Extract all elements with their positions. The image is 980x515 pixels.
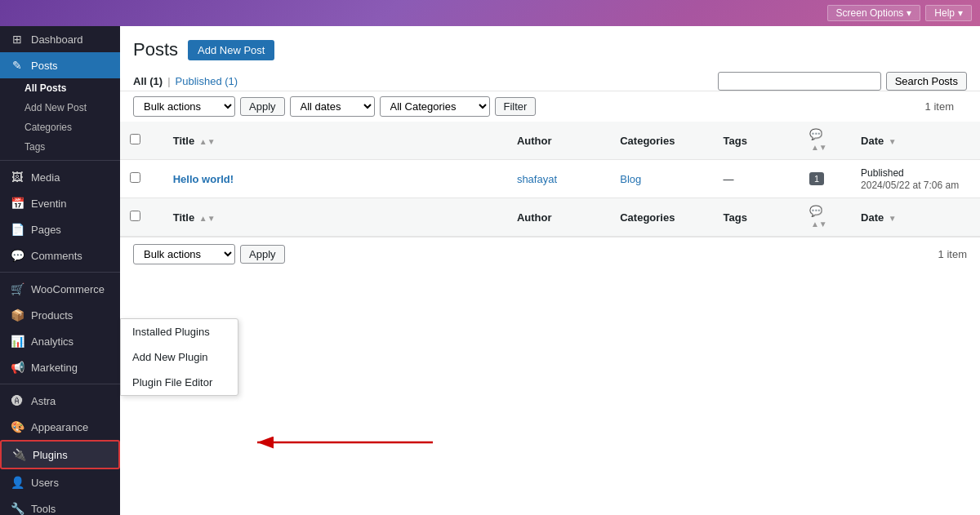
header-checkbox xyxy=(120,122,163,160)
row-tags: — xyxy=(714,160,800,198)
footer-comments[interactable]: 💬 ▲▼ xyxy=(800,198,851,237)
header-tags: Tags xyxy=(714,122,800,160)
tab-all[interactable]: All (1) xyxy=(133,72,163,91)
items-count: 1 item xyxy=(912,97,967,116)
help-button[interactable]: Help ▾ xyxy=(925,5,972,21)
row-categories: Blog xyxy=(610,160,713,198)
footer-author: Author xyxy=(507,198,610,237)
bottom-items-count: 1 item xyxy=(938,248,967,260)
sidebar-item-appearance[interactable]: 🎨 Appearance xyxy=(0,414,120,440)
date-sort-icon-footer: ▼ xyxy=(889,214,897,223)
sidebar-item-label: Eventin xyxy=(31,198,66,210)
content-inner: Posts Add New Post All (1) | Published (… xyxy=(120,26,980,515)
page-title: Posts xyxy=(133,39,178,60)
sidebar-item-posts[interactable]: ✎ Posts xyxy=(0,52,120,78)
header-date[interactable]: Date ▼ xyxy=(851,122,980,160)
sidebar-item-woocommerce[interactable]: 🛒 WooCommerce xyxy=(0,276,120,302)
row-author: shafayat xyxy=(507,160,610,198)
page-header: Posts Add New Post xyxy=(120,26,980,67)
posts-tabs: All (1) | Published (1) Search Posts xyxy=(120,67,980,91)
tab-published[interactable]: Published (1) xyxy=(176,72,238,91)
pages-icon: 📄 xyxy=(10,223,24,236)
help-label: Help xyxy=(934,7,955,19)
add-new-post-button[interactable]: Add New Post xyxy=(188,40,274,60)
sidebar-item-marketing[interactable]: 📢 Marketing xyxy=(0,354,120,380)
plugins-icon: 🔌 xyxy=(11,448,26,461)
footer-categories: Categories xyxy=(610,198,713,237)
sidebar-subitem-tags[interactable]: Tags xyxy=(0,137,120,157)
sidebar-item-comments[interactable]: 💬 Comments xyxy=(0,242,120,269)
chevron-down-icon: ▾ xyxy=(958,7,963,19)
flyout-add-new-plugin[interactable]: Add New Plugin xyxy=(121,344,238,370)
flyout-installed-plugins[interactable]: Installed Plugins xyxy=(121,319,238,344)
all-dates-select[interactable]: All dates xyxy=(290,96,375,117)
row-title: Hello world! xyxy=(163,160,507,198)
bulk-actions-select[interactable]: Bulk actions xyxy=(133,96,235,117)
flyout-plugin-file-editor[interactable]: Plugin File Editor xyxy=(121,370,238,395)
header-categories: Categories xyxy=(610,122,713,160)
all-categories-select[interactable]: All Categories xyxy=(380,96,490,117)
sidebar-item-label: Products xyxy=(31,309,73,322)
author-link[interactable]: shafayat xyxy=(517,173,557,185)
post-date: 2024/05/22 at 7:06 am xyxy=(861,180,959,191)
sidebar-item-astra[interactable]: 🅐 Astra xyxy=(0,388,120,414)
filter-button[interactable]: Filter xyxy=(495,97,537,116)
header-author: Author xyxy=(507,122,610,160)
top-filter-bar: Bulk actions Apply All dates All Categor… xyxy=(120,91,980,122)
media-icon: 🖼 xyxy=(10,171,24,184)
tab-separator: | xyxy=(167,75,170,87)
post-title-link[interactable]: Hello world! xyxy=(173,173,234,185)
sidebar-item-label: Users xyxy=(31,477,59,489)
row-select-checkbox[interactable] xyxy=(130,172,140,183)
top-bar: Screen Options ▾ Help ▾ xyxy=(0,0,980,26)
appearance-icon: 🎨 xyxy=(10,420,24,433)
post-status: Published xyxy=(861,167,904,179)
select-all-checkbox[interactable] xyxy=(130,134,140,144)
footer-tags: Tags xyxy=(714,198,800,237)
category-link[interactable]: Blog xyxy=(620,173,641,185)
tools-icon: 🔧 xyxy=(10,502,24,515)
sidebar-item-tools[interactable]: 🔧 Tools xyxy=(0,495,120,515)
content-area: Posts Add New Post All (1) | Published (… xyxy=(120,26,980,515)
date-sort-icon: ▼ xyxy=(889,137,897,146)
sidebar-item-label: Analytics xyxy=(31,335,74,348)
footer-checkbox xyxy=(120,198,163,237)
sidebar-subitem-all-posts[interactable]: All Posts xyxy=(0,78,120,98)
sidebar-item-dashboard[interactable]: ⊞ Dashboard xyxy=(0,26,120,52)
sidebar-item-pages[interactable]: 📄 Pages xyxy=(0,216,120,242)
sidebar-item-label: WooCommerce xyxy=(31,283,105,295)
sidebar: ⊞ Dashboard ✎ Posts All Posts Add New Po… xyxy=(0,26,120,515)
search-posts-input[interactable] xyxy=(718,72,881,91)
comment-bubble[interactable]: 1 xyxy=(809,172,824,185)
sidebar-item-eventin[interactable]: 📅 Eventin xyxy=(0,190,120,216)
footer-title[interactable]: Title ▲▼ xyxy=(163,198,507,237)
search-area: Search Posts xyxy=(718,72,967,91)
header-title[interactable]: Title ▲▼ xyxy=(163,122,507,160)
screen-options-label: Screen Options xyxy=(836,7,904,19)
sidebar-item-products[interactable]: 📦 Products xyxy=(0,302,120,328)
sidebar-item-label: Posts xyxy=(31,60,58,72)
bottom-apply-button[interactable]: Apply xyxy=(240,245,285,264)
marketing-icon: 📢 xyxy=(10,361,24,374)
search-posts-button[interactable]: Search Posts xyxy=(886,72,967,91)
row-comments: 1 xyxy=(800,160,851,198)
footer-date[interactable]: Date ▼ xyxy=(851,198,980,237)
select-all-footer-checkbox[interactable] xyxy=(130,211,140,221)
sidebar-item-media[interactable]: 🖼 Media xyxy=(0,164,120,190)
sidebar-item-label: Pages xyxy=(31,224,61,236)
plugins-flyout-menu: Installed Plugins Add New Plugin Plugin … xyxy=(120,318,238,396)
sidebar-item-plugins[interactable]: 🔌 Plugins xyxy=(0,440,120,469)
screen-options-button[interactable]: Screen Options ▾ xyxy=(827,5,921,21)
sidebar-item-label: Tools xyxy=(31,503,56,515)
top-apply-button[interactable]: Apply xyxy=(240,97,285,116)
sidebar-subitem-add-new-post[interactable]: Add New Post xyxy=(0,98,120,118)
sidebar-subitem-categories[interactable]: Categories xyxy=(0,118,120,137)
sidebar-item-label: Dashboard xyxy=(31,33,83,46)
sidebar-item-analytics[interactable]: 📊 Analytics xyxy=(0,328,120,354)
sidebar-item-label: Plugins xyxy=(33,449,68,461)
header-comments[interactable]: 💬 ▲▼ xyxy=(800,122,851,160)
sidebar-item-users[interactable]: 👤 Users xyxy=(0,469,120,495)
posts-table: Title ▲▼ Author Categories Tags 💬 ▲▼ Dat… xyxy=(120,122,980,237)
woocommerce-icon: 🛒 xyxy=(10,282,24,295)
bulk-actions-bottom-select[interactable]: Bulk actions xyxy=(133,244,235,264)
